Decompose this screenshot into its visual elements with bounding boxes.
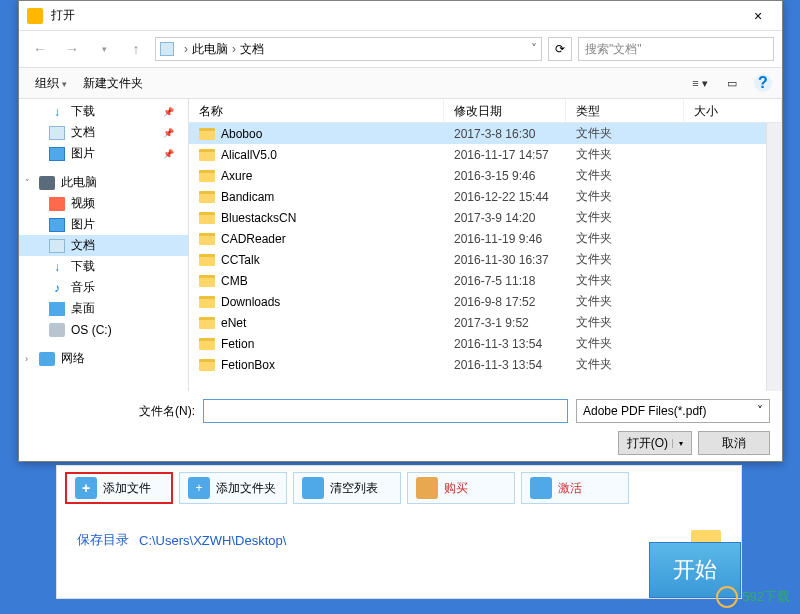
file-row[interactable]: FetionBox2016-11-3 13:54文件夹	[189, 354, 782, 375]
organize-menu[interactable]: 组织	[29, 71, 73, 96]
sidebar-item[interactable]: 桌面	[19, 298, 188, 319]
breadcrumb-sep: ›	[232, 42, 236, 56]
file-date: 2016-11-30 16:37	[444, 253, 566, 267]
sidebar-item[interactable]: OS (C:)	[19, 319, 188, 340]
up-button[interactable]: ↑	[123, 37, 149, 61]
cancel-button[interactable]: 取消	[698, 431, 770, 455]
file-list-header: 名称 修改日期 类型 大小	[189, 99, 782, 123]
chevron-down-icon[interactable]: ˅	[531, 42, 537, 56]
back-button[interactable]: ←	[27, 37, 53, 61]
file-name: Fetion	[221, 337, 254, 351]
watermark: 592下载	[716, 586, 790, 608]
file-row[interactable]: AlicallV5.02016-11-17 14:57文件夹	[189, 144, 782, 165]
desktop-icon	[49, 302, 65, 316]
file-row[interactable]: Bandicam2016-12-22 15:44文件夹	[189, 186, 782, 207]
file-row[interactable]: CCTalk2016-11-30 16:37文件夹	[189, 249, 782, 270]
file-name: BluestacksCN	[221, 211, 296, 225]
file-type: 文件夹	[566, 167, 684, 184]
chevron-right-icon[interactable]: ›	[25, 354, 28, 364]
button-label: 激活	[558, 480, 582, 497]
video-icon	[49, 197, 65, 211]
filetype-select[interactable]: Adobe PDF Files(*.pdf) ˅	[576, 399, 770, 423]
file-name: Axure	[221, 169, 252, 183]
scrollbar[interactable]	[766, 123, 782, 391]
file-date: 2017-3-1 9:52	[444, 316, 566, 330]
bag-icon	[416, 477, 438, 499]
chevron-down-icon: ˅	[757, 404, 763, 418]
file-row[interactable]: Aboboo2017-3-8 16:30文件夹	[189, 123, 782, 144]
doc-icon	[49, 126, 65, 140]
activate-button[interactable]: 激活	[521, 472, 629, 504]
folder-icon	[199, 212, 215, 224]
save-directory-row: 保存目录 C:\Users\XZWH\Desktop\	[57, 530, 741, 550]
column-size[interactable]: 大小	[684, 99, 782, 122]
column-date[interactable]: 修改日期	[444, 99, 566, 122]
tree-this-pc[interactable]: ˅ 此电脑	[19, 172, 188, 193]
save-dir-path[interactable]: C:\Users\XZWH\Desktop\	[139, 533, 681, 548]
add-file-button[interactable]: + 添加文件	[65, 472, 173, 504]
file-type: 文件夹	[566, 230, 684, 247]
column-name[interactable]: 名称	[189, 99, 444, 122]
folder-icon	[199, 338, 215, 350]
forward-button[interactable]: →	[59, 37, 85, 61]
file-type: 文件夹	[566, 251, 684, 268]
tree-label: 下载	[71, 103, 95, 120]
sidebar-item[interactable]: 视频	[19, 193, 188, 214]
sidebar-item[interactable]: ↓下载	[19, 256, 188, 277]
file-name: CCTalk	[221, 253, 260, 267]
new-folder-button[interactable]: 新建文件夹	[77, 71, 149, 96]
help-button[interactable]: ?	[754, 74, 772, 92]
file-row[interactable]: Axure2016-3-15 9:46文件夹	[189, 165, 782, 186]
breadcrumb-pc[interactable]: 此电脑	[192, 41, 228, 58]
folder-icon	[199, 170, 215, 182]
tree-label: 图片	[71, 145, 95, 162]
buy-button[interactable]: 购买	[407, 472, 515, 504]
file-name: AlicallV5.0	[221, 148, 277, 162]
sidebar-item[interactable]: 图片	[19, 214, 188, 235]
file-list[interactable]: 名称 修改日期 类型 大小 Aboboo2017-3-8 16:30文件夹Ali…	[189, 99, 782, 391]
view-options-button[interactable]: ≡ ▾	[686, 73, 714, 93]
file-date: 2016-11-19 9:46	[444, 232, 566, 246]
tree-label: 图片	[71, 216, 95, 233]
doc-icon	[49, 239, 65, 253]
tree-network[interactable]: › 网络	[19, 348, 188, 369]
file-row[interactable]: CMB2016-7-5 11:18文件夹	[189, 270, 782, 291]
refresh-button[interactable]: ⟳	[548, 37, 572, 61]
search-input[interactable]: 搜索"文档"	[578, 37, 774, 61]
file-name: Downloads	[221, 295, 280, 309]
clear-list-button[interactable]: 清空列表	[293, 472, 401, 504]
sidebar-item[interactable]: ↓下载📌	[19, 101, 188, 122]
sidebar-item[interactable]: 文档📌	[19, 122, 188, 143]
folder-icon	[199, 275, 215, 287]
breadcrumb-current[interactable]: 文档	[240, 41, 264, 58]
tree-label: OS (C:)	[71, 323, 112, 337]
filename-input[interactable]	[203, 399, 568, 423]
file-row[interactable]: BluestacksCN2017-3-9 14:20文件夹	[189, 207, 782, 228]
tree-label: 文档	[71, 124, 95, 141]
close-button[interactable]: ×	[738, 4, 778, 28]
file-name: CADReader	[221, 232, 286, 246]
file-row[interactable]: eNet2017-3-1 9:52文件夹	[189, 312, 782, 333]
file-name: Bandicam	[221, 190, 274, 204]
titlebar: 打开 ×	[19, 1, 782, 31]
file-type: 文件夹	[566, 125, 684, 142]
column-type[interactable]: 类型	[566, 99, 684, 122]
add-folder-button[interactable]: + 添加文件夹	[179, 472, 287, 504]
button-label: 添加文件	[103, 480, 151, 497]
sidebar-item[interactable]: 图片📌	[19, 143, 188, 164]
add-file-icon: +	[75, 477, 97, 499]
file-row[interactable]: CADReader2016-11-19 9:46文件夹	[189, 228, 782, 249]
chevron-down-icon[interactable]: ˅	[25, 178, 30, 188]
pc-icon	[39, 176, 55, 190]
pin-icon: 📌	[163, 149, 174, 159]
sidebar-item[interactable]: 文档	[19, 235, 188, 256]
file-row[interactable]: Downloads2016-9-8 17:52文件夹	[189, 291, 782, 312]
address-bar[interactable]: › 此电脑 › 文档 ˅	[155, 37, 542, 61]
sidebar-item[interactable]: ♪音乐	[19, 277, 188, 298]
navigation-tree[interactable]: ↓下载📌文档📌图片📌 ˅ 此电脑 视频图片文档↓下载♪音乐桌面OS (C:) ›…	[19, 99, 189, 391]
down-icon: ↓	[49, 260, 65, 274]
open-button[interactable]: 打开(O)	[618, 431, 692, 455]
recent-dropdown[interactable]: ▾	[91, 37, 117, 61]
preview-pane-button[interactable]: ▭	[718, 73, 746, 93]
file-row[interactable]: Fetion2016-11-3 13:54文件夹	[189, 333, 782, 354]
